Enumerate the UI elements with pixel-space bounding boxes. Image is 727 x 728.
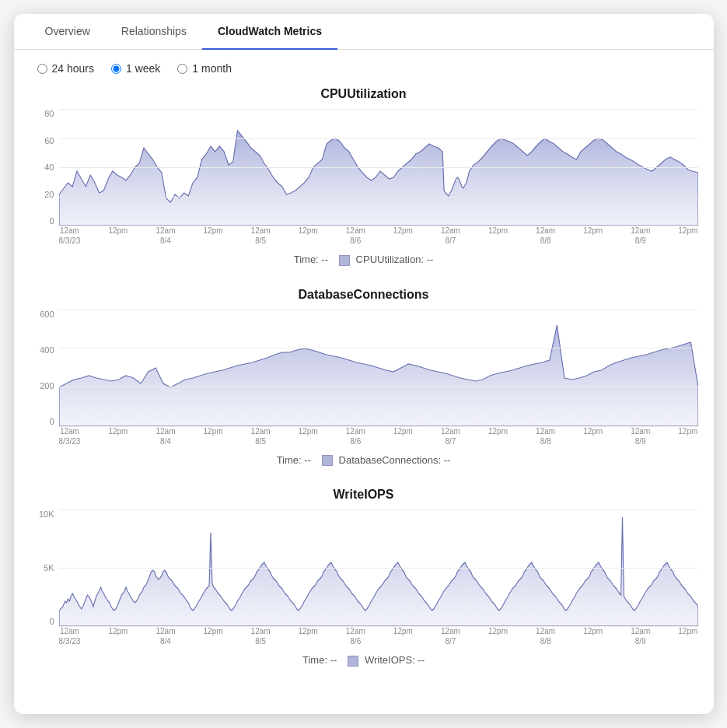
db-svg — [59, 310, 698, 426]
svg-marker-1 — [59, 325, 698, 426]
cpu-x-axis: 12am8/3/23 12pm 12am8/4 12pm 12am8/5 12p… — [59, 226, 698, 249]
write-chart-area: 10K 5K 0 — [30, 509, 698, 649]
cpu-plot — [59, 109, 698, 226]
cpu-chart-area: 80 60 40 20 0 — [30, 109, 698, 249]
filter-24h[interactable]: 24 hours — [37, 62, 94, 75]
db-plot — [59, 310, 698, 426]
charts-container: CPUUtilization 80 60 40 20 0 — [14, 87, 714, 704]
cpu-chart-section: CPUUtilization 80 60 40 20 0 — [30, 87, 698, 266]
time-filter-bar: 24 hours 1 week 1 month — [14, 50, 714, 87]
tab-relationships[interactable]: Relationships — [106, 14, 202, 50]
write-y-axis: 10K 5K 0 — [30, 509, 59, 626]
db-chart-area: 600 400 200 0 — [30, 310, 698, 450]
db-y-axis: 600 400 200 0 — [30, 310, 59, 426]
db-chart-title: DatabaseConnections — [30, 288, 698, 302]
cpu-legend: Time: -- CPUUtilization: -- — [30, 254, 698, 266]
write-chart-title: WriteIOPS — [30, 488, 698, 502]
db-chart-section: DatabaseConnections 600 400 200 0 — [30, 288, 698, 467]
svg-marker-0 — [59, 131, 698, 226]
write-legend: Time: -- WriteIOPS: -- — [30, 654, 698, 667]
tab-overview[interactable]: Overview — [30, 14, 106, 50]
filter-1month[interactable]: 1 month — [177, 62, 232, 75]
cpu-chart-title: CPUUtilization — [30, 87, 698, 101]
tab-cloudwatch[interactable]: CloudWatch Metrics — [202, 14, 337, 50]
write-plot — [59, 509, 698, 626]
tab-bar: Overview Relationships CloudWatch Metric… — [14, 14, 714, 50]
filter-1week[interactable]: 1 week — [111, 62, 160, 75]
db-legend: Time: -- DatabaseConnections: -- — [30, 454, 698, 467]
db-x-axis: 12am8/3/23 12pm 12am8/4 12pm 12am8/5 12p… — [59, 426, 698, 450]
main-window: Overview Relationships CloudWatch Metric… — [14, 14, 714, 714]
write-chart-section: WriteIOPS 10K 5K 0 — [30, 488, 698, 667]
cpu-y-axis: 80 60 40 20 0 — [30, 109, 59, 226]
write-x-axis: 12am8/3/23 12pm 12am8/4 12pm 12am8/5 12p… — [59, 626, 698, 649]
svg-marker-2 — [59, 517, 698, 626]
